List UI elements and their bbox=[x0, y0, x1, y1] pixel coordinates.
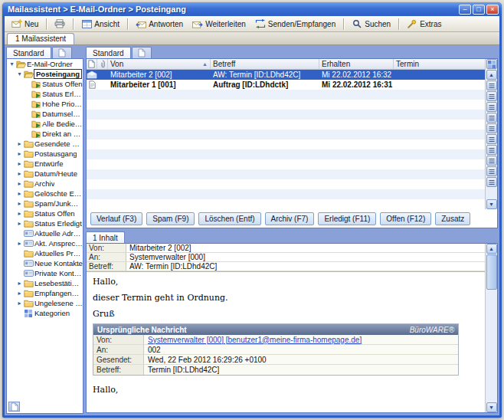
column-options-icon[interactable] bbox=[486, 59, 497, 69]
tab-inhalt[interactable]: 1 Inhalt bbox=[86, 231, 125, 243]
action-button-zusatz[interactable]: Zusatz bbox=[435, 212, 470, 225]
list-tool-icon[interactable] bbox=[486, 80, 497, 90]
expander-icon[interactable]: ▸ bbox=[16, 300, 23, 307]
list-tool-icon[interactable] bbox=[486, 91, 497, 101]
tree-item-neue-kontakte[interactable]: Neue Kontakte bbox=[7, 258, 83, 268]
scroll-up-icon[interactable]: ▲ bbox=[486, 70, 497, 80]
tree-item-kategorien[interactable]: Kategorien bbox=[7, 308, 83, 318]
expander-icon[interactable]: ▸ bbox=[16, 210, 23, 217]
tree-item-entwuerfe[interactable]: ▸Entwürfe bbox=[7, 159, 83, 169]
list-tool-icon[interactable] bbox=[486, 102, 497, 112]
folder-open-icon bbox=[15, 60, 26, 68]
expander-icon[interactable]: ▸ bbox=[16, 200, 23, 207]
tab-1-mailassistent[interactable]: 1 Mailassistent bbox=[7, 33, 74, 44]
tree-item-datumselektion[interactable]: Datumselektion bbox=[7, 109, 83, 119]
tree-item-ungelesene-mails[interactable]: ▸Ungelesene Mails bbox=[7, 298, 83, 308]
tree-item-gesendete-e-mails[interactable]: ▸Gesendete E-Mails bbox=[7, 139, 83, 149]
list-tool-icon[interactable] bbox=[486, 145, 497, 155]
column-header-clip-icon[interactable] bbox=[97, 59, 108, 69]
expander-icon[interactable]: ▸ bbox=[16, 240, 23, 247]
tree-item-alle-bediener[interactable]: Alle Bediener bbox=[7, 119, 83, 129]
action-button-spam-f9[interactable]: Spam (F9) bbox=[146, 212, 195, 225]
expander-icon[interactable]: ▸ bbox=[16, 180, 23, 187]
tree-item-hohe-prioritaet[interactable]: Hohe Priorität bbox=[7, 99, 83, 109]
message-row-2[interactable]: Mitarbeiter 1 [001]Auftrag [ID:LDhdctk]M… bbox=[87, 80, 485, 90]
tree-item-label: Alle Bediener bbox=[41, 120, 83, 128]
tree-item-datum-heute[interactable]: ▸Datum/Heute bbox=[7, 169, 83, 179]
tree-item-status-offen[interactable]: Status Offen bbox=[7, 79, 83, 89]
quote-field-label: Gesendet: bbox=[93, 355, 144, 364]
scroll-down-icon[interactable]: ▼ bbox=[486, 402, 497, 412]
tree-item-postausgang[interactable]: ▸Postausgang bbox=[7, 149, 83, 159]
action-button-erledigt-f11[interactable]: Erledigt (F11) bbox=[318, 212, 376, 225]
expander-icon[interactable]: ▸ bbox=[16, 280, 23, 287]
send-receive-icon bbox=[255, 19, 266, 28]
expander-icon[interactable]: ▸ bbox=[16, 150, 23, 157]
list-tool-icon[interactable] bbox=[486, 166, 497, 176]
toolbar-button-extras[interactable]: Extras bbox=[403, 18, 445, 30]
action-button-loeschen-entf[interactable]: Löschen (Entf) bbox=[198, 212, 260, 225]
action-button-offen-f12[interactable]: Offen (F12) bbox=[380, 212, 431, 225]
tree-item-aktuelles-projekt[interactable]: Aktuelles Projekt bbox=[7, 248, 83, 258]
scroll-down-icon[interactable]: ▼ bbox=[486, 199, 497, 209]
tree-panel-icon[interactable] bbox=[8, 402, 20, 412]
expander-icon[interactable]: ▸ bbox=[16, 190, 23, 197]
tree-item-label: Datumselektion bbox=[41, 110, 83, 118]
expander-icon[interactable]: ▸ bbox=[16, 160, 23, 167]
toolbar-button-antworten[interactable]: Antworten bbox=[132, 18, 187, 30]
tree-item-lesebestaetigungen[interactable]: ▸Lesebestätigungen bbox=[7, 278, 83, 288]
toolbar-button-weiterleiten[interactable]: Weiterleiten bbox=[188, 18, 250, 30]
list-tool-icon[interactable] bbox=[486, 177, 497, 187]
expander-icon[interactable]: ▾ bbox=[8, 61, 15, 67]
column-header-erhalten[interactable]: Erhalten bbox=[319, 59, 394, 69]
list-tool-icon[interactable] bbox=[486, 134, 497, 144]
toolbar-button-senden-empfangen[interactable]: Senden/Empfangen bbox=[251, 18, 339, 30]
column-header-von[interactable]: Von▲ bbox=[108, 59, 211, 69]
tree-item-status-offen[interactable]: ▸Status Offen bbox=[7, 208, 83, 218]
column-header-doc-icon[interactable] bbox=[87, 59, 97, 69]
tree-item-direkt-an-mich[interactable]: Direkt an mich bbox=[7, 129, 83, 139]
empty-row bbox=[87, 159, 485, 169]
message-row-1[interactable]: Mitarbeiter 2 [002]AW: Termin [ID:LDhd42… bbox=[87, 70, 485, 80]
list-tool-icon[interactable] bbox=[486, 123, 497, 133]
column-header-betreff[interactable]: Betreff bbox=[211, 59, 319, 69]
tree-item-e-mail-ordner[interactable]: ▾E-Mail-Ordner bbox=[7, 59, 83, 69]
folder-tree-panel: ▾E-Mail-Ordner▾PosteingangStatus OffenSt… bbox=[6, 58, 83, 414]
sidebar-tab-icon[interactable] bbox=[52, 47, 72, 58]
toolbar-button-neu[interactable]: Neu bbox=[8, 18, 42, 30]
tree-item-posteingang[interactable]: ▾Posteingang bbox=[7, 69, 83, 79]
expander-icon[interactable]: ▸ bbox=[16, 170, 23, 177]
sidebar-tab-standard[interactable]: Standard bbox=[6, 47, 51, 58]
action-button-verlauf-f3[interactable]: Verlauf (F3) bbox=[90, 212, 142, 225]
list-tool-icon[interactable] bbox=[486, 113, 497, 123]
tree-item-archiv[interactable]: ▸Archiv bbox=[7, 179, 83, 189]
quote-field-row: Betreff:Termin [ID:LDhd42C] bbox=[93, 365, 458, 375]
scroll-up-icon[interactable]: ▲ bbox=[486, 244, 497, 254]
tree-item-private-kontakte[interactable]: Private Kontakte bbox=[7, 268, 83, 278]
list-tab-icon[interactable] bbox=[132, 47, 152, 58]
tree-item-geloeschte-e-mails[interactable]: ▸Gelöschte E-Mails bbox=[7, 189, 83, 199]
expander-icon[interactable]: ▸ bbox=[16, 220, 23, 227]
tree-item-status-erledigt[interactable]: Status Erledigt bbox=[7, 89, 83, 99]
toolbar-button-print-icon[interactable] bbox=[51, 18, 69, 30]
tree-item-empfangene-mails[interactable]: ▸Empfangene Mails bbox=[7, 288, 83, 298]
action-button-archiv-f7[interactable]: Archiv (F7) bbox=[265, 212, 315, 225]
expander-icon[interactable]: ▸ bbox=[16, 290, 23, 297]
tree-item-status-erledigt[interactable]: ▸Status Erledigt bbox=[7, 218, 83, 228]
minimize-button[interactable]: – bbox=[459, 5, 471, 15]
toolbar-button-suchen[interactable]: Suchen bbox=[348, 18, 394, 30]
list-tab-standard[interactable]: Standard bbox=[86, 47, 131, 58]
tree-item-spam-junkmails[interactable]: ▸Spam/Junkmails bbox=[7, 199, 83, 208]
scroll-thumb[interactable] bbox=[486, 254, 497, 290]
toolbar-button-ansicht[interactable]: Ansicht bbox=[77, 18, 123, 30]
toolbar-button-label: Extras bbox=[420, 20, 441, 28]
tree-item-akt-ansprechpartn[interactable]: ▸Akt. Ansprechpartn... bbox=[7, 238, 83, 248]
list-tool-icon[interactable] bbox=[486, 156, 497, 166]
quote-sender-link[interactable]: Systemverwalter [000] [benutzer1@meine-f… bbox=[144, 336, 365, 344]
expander-icon[interactable]: ▾ bbox=[16, 71, 23, 77]
expander-icon[interactable]: ▸ bbox=[16, 140, 23, 147]
column-header-termin[interactable]: Termin bbox=[394, 59, 485, 69]
tree-item-aktuelle-adresse[interactable]: Aktuelle Adresse bbox=[7, 228, 83, 238]
close-button[interactable]: × bbox=[486, 5, 499, 15]
maximize-button[interactable]: □ bbox=[473, 5, 485, 15]
